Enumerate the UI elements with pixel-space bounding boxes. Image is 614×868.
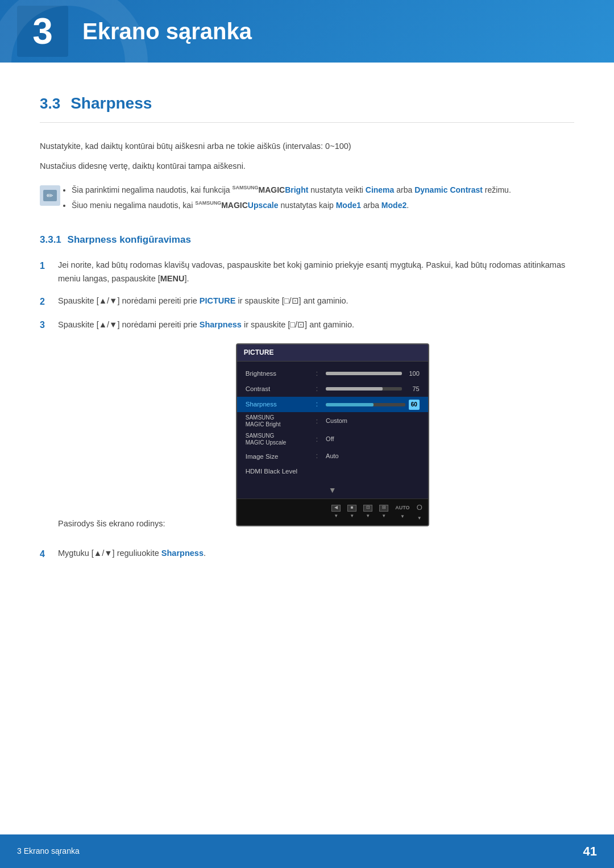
osd-toolbar-back: ◀ ▼ [331, 505, 341, 520]
osd-toolbar-menu: ⊟ ▼ [379, 505, 388, 520]
step-3-text: Spauskite [▲/▼] norėdami pereiti prie Sh… [58, 320, 354, 329]
subsection-title: Sharpness konfigūravimas [68, 234, 191, 245]
note-item-2: Šiuo meniu negalima naudotis, kai SAMSUN… [72, 200, 511, 211]
osd-item-contrast: Contrast : 75 [237, 381, 428, 397]
osd-scroll-indicator: ▼ [237, 484, 428, 499]
section-title: Sharpness [70, 91, 152, 117]
step-3-content: Spauskite [▲/▼] norėdami pereiti prie Sh… [58, 318, 429, 538]
section-number: 3.3 [40, 92, 60, 116]
step-3-subtext: Pasirodys šis ekrano rodinys: [58, 519, 165, 528]
osd-label-sharpness: Sharpness [246, 399, 308, 409]
osd-item-hdmi: HDMI Black Level [237, 464, 428, 479]
osd-toolbar-enter: ⊡ ▼ [363, 505, 372, 520]
step-2-text: Spauskite [▲/▼] norėdami pereiti prie PI… [58, 294, 349, 308]
osd-label-magic-upscale: SAMSUNGMAGIC Upscale [246, 433, 308, 446]
note-item-1: Šia parinktimi negalima naudotis, kai fu… [72, 184, 511, 196]
osd-item-brightness: Brightness : 100 [237, 366, 428, 381]
osd-label-hdmi: HDMI Black Level [246, 466, 308, 476]
osd-toolbar-select: ■ ▼ [347, 505, 356, 520]
section-heading: 3.3 Sharpness [40, 91, 574, 123]
subsection-number: 3.3.1 [40, 234, 61, 245]
osd-toolbar-auto: AUTO ▼ [395, 504, 409, 520]
osd-item-sharpness: Sharpness : 60 [237, 397, 428, 412]
osd-item-magic-bright: SAMSUNGMAGIC Bright : Custom [237, 412, 428, 430]
description-1: Nustatykite, kad daiktų kontūrai būtų ai… [40, 140, 574, 153]
osd-menu: Brightness : 100 [237, 362, 428, 484]
note-icon [40, 185, 60, 206]
step-4: 4 Mygtuku [▲/▼] reguliuokite Sharpness. [40, 547, 574, 562]
steps-list: 1 Jei norite, kad būtų rodomas klavišų v… [40, 259, 574, 561]
pencil-icon [43, 190, 57, 201]
step-1-text: Jei norite, kad būtų rodomas klavišų vad… [58, 259, 574, 285]
description-2: Nustačius didesnę vertę, daiktų kontūrai… [40, 160, 574, 173]
step-3-number: 3 [40, 318, 50, 333]
osd-item-image-size: Image Size : Auto [237, 448, 428, 464]
footer-left: 3 Ekrano sąranka [17, 845, 80, 857]
osd-label-magic-bright: SAMSUNGMAGIC Bright [246, 414, 308, 428]
footer: 3 Ekrano sąranka 41 [0, 834, 614, 868]
subsection-heading: 3.3.1 Sharpness konfigūravimas [40, 232, 574, 247]
osd-toolbar: ◀ ▼ ■ ▼ [237, 499, 428, 525]
osd-label-brightness: Brightness [246, 368, 308, 379]
footer-right: 41 [583, 841, 597, 861]
step-1-number: 1 [40, 259, 50, 273]
step-4-number: 4 [40, 547, 50, 562]
step-4-text: Mygtuku [▲/▼] reguliuokite Sharpness. [58, 547, 206, 560]
note-list: Šia parinktimi negalima naudotis, kai fu… [69, 184, 511, 215]
osd-bar-contrast: 75 [326, 384, 420, 394]
chapter-number-box: 3 [17, 6, 68, 57]
osd-label-image-size: Image Size [246, 451, 308, 462]
osd-bar-brightness: 100 [326, 369, 420, 379]
osd-title-bar: PICTURE [237, 344, 428, 362]
osd-container: PICTURE Brightness : 100 [236, 343, 429, 526]
step-1: 1 Jei norite, kad būtų rodomas klavišų v… [40, 259, 574, 285]
chapter-title: Ekrano sąranka [82, 13, 252, 49]
note-box: Šia parinktimi negalima naudotis, kai fu… [40, 184, 574, 215]
step-3: 3 Spauskite [▲/▼] norėdami pereiti prie … [40, 318, 574, 538]
osd-bar-sharpness: 60 [326, 400, 420, 410]
chapter-number: 3 [32, 13, 53, 49]
osd-label-contrast: Contrast [246, 384, 308, 394]
osd-item-magic-upscale: SAMSUNGMAGIC Upscale : Off [237, 430, 428, 448]
osd-toolbar-power: Ο ▼ [417, 502, 422, 522]
step-2-number: 2 [40, 294, 50, 309]
main-content: 3.3 Sharpness Nustatykite, kad daiktų ko… [0, 63, 614, 616]
header-banner: 3 Ekrano sąranka [0, 0, 614, 63]
osd-screen: PICTURE Brightness : 100 [236, 343, 429, 526]
step-2: 2 Spauskite [▲/▼] norėdami pereiti prie … [40, 294, 574, 309]
